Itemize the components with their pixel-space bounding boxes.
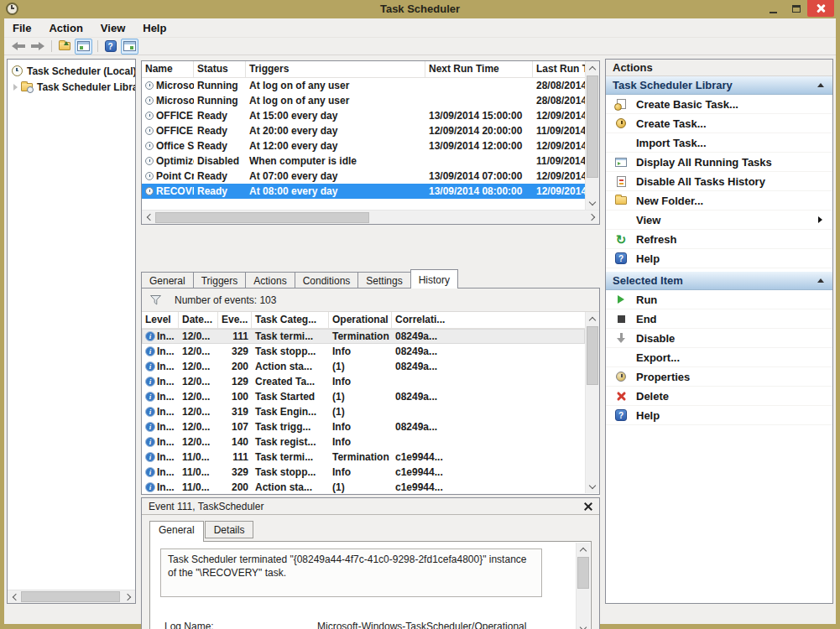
menu-view[interactable]: View	[101, 22, 125, 34]
section-task-scheduler-library[interactable]: Task Scheduler Library	[606, 76, 832, 95]
scrollbar-thumb[interactable]	[587, 75, 598, 178]
tab-conditions[interactable]: Conditions	[295, 272, 359, 289]
action-create-task[interactable]: Create Task...	[606, 114, 832, 133]
scroll-up-button[interactable]	[586, 61, 599, 75]
tab-general[interactable]: General	[141, 272, 194, 289]
scrollbar-thumb[interactable]	[155, 212, 369, 223]
action-run[interactable]: Run	[606, 290, 832, 309]
up-one-level-button[interactable]	[55, 39, 73, 55]
column-header-next-run[interactable]: Next Run Time	[425, 61, 533, 77]
show-console-tree-button[interactable]	[75, 39, 92, 55]
action-help-library[interactable]: Help	[606, 249, 832, 268]
tab-event-details[interactable]: Details	[205, 521, 254, 538]
action-disable-all-tasks-history[interactable]: Disable All Tasks History	[606, 172, 832, 191]
column-header-level[interactable]: Level	[142, 312, 179, 328]
scroll-up-button[interactable]	[577, 543, 590, 556]
task-status: Ready	[194, 110, 246, 122]
event-row[interactable]: In... 11/0... 200 Action sta... (1) c1e9…	[142, 480, 585, 494]
tab-actions[interactable]: Actions	[245, 272, 295, 289]
event-row[interactable]: In... 12/0... 107 Task trigg... Info 082…	[142, 419, 585, 434]
event-row[interactable]: In... 11/0... 111 Task termi... Terminat…	[142, 450, 585, 465]
tab-triggers[interactable]: Triggers	[193, 272, 247, 289]
event-row[interactable]: In... 12/0... 140 Task regist... Info	[142, 434, 585, 450]
close-event-detail-icon[interactable]	[584, 502, 592, 511]
action-export[interactable]: Export...	[606, 348, 832, 367]
action-new-folder[interactable]: New Folder...	[606, 191, 832, 211]
maximize-button[interactable]	[785, 0, 807, 17]
chevron-up-icon	[589, 65, 596, 72]
column-header-date[interactable]: Date...	[179, 312, 218, 328]
task-row[interactable]: Point Cre... Ready At 07:00 every day 13…	[142, 169, 585, 184]
menu-file[interactable]: File	[13, 22, 31, 34]
event-row[interactable]: In... 12/0... 200 Action sta... (1) 0824…	[142, 359, 585, 374]
column-header-opcode[interactable]: Operational ...	[329, 312, 392, 328]
action-delete[interactable]: Delete	[606, 387, 832, 406]
tab-history[interactable]: History	[410, 269, 458, 289]
scroll-up-button[interactable]	[586, 312, 599, 325]
scroll-right-button[interactable]	[122, 590, 135, 604]
section-selected-item[interactable]: Selected Item	[606, 272, 832, 290]
event-row[interactable]: In... 12/0... 329 Task stopp... Info 082…	[142, 344, 585, 359]
column-header-status[interactable]: Status	[194, 61, 246, 77]
scroll-down-button[interactable]	[586, 196, 599, 210]
info-icon	[145, 377, 155, 387]
show-action-pane-button[interactable]	[121, 39, 138, 55]
back-button[interactable]	[9, 39, 27, 55]
horizontal-scrollbar[interactable]	[142, 210, 599, 224]
column-header-correlation[interactable]: Correlati...	[392, 312, 585, 328]
action-import-task[interactable]: Import Task...	[606, 133, 832, 153]
action-properties[interactable]: Properties	[606, 367, 832, 387]
help-button[interactable]	[102, 39, 119, 55]
action-display-all-running-tasks[interactable]: Display All Running Tasks	[606, 153, 832, 172]
event-row[interactable]: In... 11/0... 329 Task stopp... Info c1e…	[142, 465, 585, 480]
column-header-last-run[interactable]: Last Run Time	[533, 61, 585, 77]
collapse-icon[interactable]	[817, 83, 824, 87]
minimize-button[interactable]	[762, 0, 785, 17]
tab-settings[interactable]: Settings	[357, 272, 410, 289]
expander-icon[interactable]	[13, 84, 18, 91]
scroll-right-button[interactable]	[586, 211, 599, 224]
task-row[interactable]: OFFICE S... Ready At 15:00 every day 13/…	[142, 108, 585, 123]
scroll-left-button[interactable]	[8, 590, 21, 604]
vertical-scrollbar[interactable]	[585, 61, 599, 210]
action-refresh[interactable]: Refresh	[606, 230, 832, 249]
task-row-selected[interactable]: RECOVERY Ready At 08:00 every day 13/09/…	[142, 184, 585, 199]
action-view[interactable]: View	[606, 211, 832, 230]
task-row[interactable]: Optimize... Disabled When computer is id…	[142, 153, 585, 169]
scrollbar-thumb[interactable]	[577, 557, 589, 589]
task-row[interactable]: Office S t... Ready At 12:00 every day 1…	[142, 138, 585, 153]
scroll-down-button[interactable]	[586, 480, 599, 493]
close-button[interactable]	[807, 0, 834, 17]
event-row-selected[interactable]: In... 12/0... 111 Task termi... Terminat…	[142, 329, 585, 344]
column-header-category[interactable]: Task Categ...	[252, 312, 329, 328]
action-help-selected[interactable]: Help	[606, 406, 832, 425]
task-row[interactable]: Microsof... Running At log on of any use…	[142, 93, 585, 108]
action-disable[interactable]: Disable	[606, 329, 832, 348]
vertical-scrollbar[interactable]	[585, 312, 599, 493]
event-description[interactable]: Task Scheduler terminated "{08249a44-4f7…	[160, 548, 542, 597]
menu-action[interactable]: Action	[49, 22, 82, 34]
menubar: File Action View Help	[4, 18, 836, 38]
column-header-event-id[interactable]: Eve...	[218, 312, 252, 328]
event-row[interactable]: In... 12/0... 129 Created Ta... Info	[142, 374, 585, 389]
scrollbar-thumb[interactable]	[21, 591, 120, 602]
forward-button[interactable]	[29, 39, 46, 55]
scrollbar-thumb[interactable]	[587, 326, 598, 385]
event-date: 12/0...	[179, 361, 218, 372]
tree-item-task-scheduler-local[interactable]: Task Scheduler (Local)	[8, 63, 135, 79]
event-row[interactable]: In... 12/0... 319 Task Engin... (1)	[142, 404, 585, 419]
event-row[interactable]: In... 12/0... 100 Task Started (1) 08249…	[142, 389, 585, 404]
column-header-name[interactable]: Name	[142, 61, 194, 77]
action-end[interactable]: End	[606, 309, 832, 329]
menu-help[interactable]: Help	[143, 22, 166, 34]
tab-event-general[interactable]: General	[149, 521, 204, 542]
horizontal-scrollbar[interactable]	[8, 590, 135, 603]
column-header-triggers[interactable]: Triggers	[246, 61, 425, 77]
task-row[interactable]: Microsof... Running At log on of any use…	[142, 78, 585, 93]
funnel-icon[interactable]	[150, 295, 161, 305]
task-row[interactable]: OFFICE S... Ready At 20:00 every day 12/…	[142, 123, 585, 138]
action-create-basic-task[interactable]: Create Basic Task...	[606, 95, 832, 114]
collapse-icon[interactable]	[817, 278, 824, 283]
scroll-left-button[interactable]	[142, 211, 155, 224]
tree-item-task-scheduler-library[interactable]: Task Scheduler Library	[8, 79, 135, 95]
